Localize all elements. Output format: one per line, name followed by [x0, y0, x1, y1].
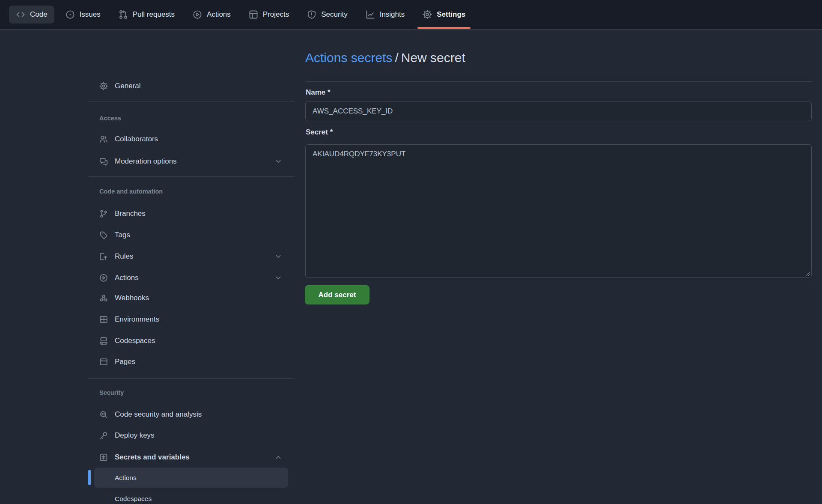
sidebar-item-pages[interactable]: Pages — [94, 353, 288, 370]
tab-issues[interactable]: Issues — [59, 0, 107, 30]
page-title: Actions secrets/New secret — [305, 51, 465, 65]
server-icon — [99, 315, 108, 324]
key-asterisk-icon — [99, 453, 108, 462]
chevron-down-icon — [274, 253, 282, 260]
browser-icon — [99, 358, 108, 366]
add-secret-button[interactable]: Add secret — [305, 285, 369, 304]
codespaces-icon — [99, 337, 108, 345]
play-icon — [193, 10, 202, 19]
gear-icon — [99, 82, 108, 90]
sidebar-divider — [88, 101, 294, 101]
chevron-down-icon — [274, 274, 282, 282]
breadcrumb-separator: / — [392, 51, 401, 65]
git-branch-icon — [99, 209, 108, 218]
tab-label: Pull requests — [133, 10, 175, 19]
sidebar-item-branches[interactable]: Branches — [94, 205, 288, 222]
sidebar-subitem-actions[interactable]: Actions — [94, 468, 288, 488]
tab-label: Settings — [437, 10, 465, 19]
sidebar-item-deploy-keys[interactable]: Deploy keys — [94, 427, 288, 444]
active-item-indicator — [88, 470, 91, 485]
gear-icon — [423, 10, 432, 19]
issue-opened-icon — [66, 10, 75, 19]
tab-label: Insights — [380, 10, 405, 19]
sidebar-item-code-security[interactable]: Code security and analysis — [94, 406, 288, 423]
sidebar-section-security: Security — [99, 388, 279, 397]
sidebar-divider — [88, 176, 294, 177]
comment-discussion-icon — [99, 157, 108, 166]
breadcrumb-current: New secret — [401, 51, 465, 65]
sidebar-item-actions[interactable]: Actions — [94, 269, 288, 286]
shield-icon — [307, 10, 316, 19]
rule-icon — [99, 252, 108, 261]
title-divider — [305, 81, 812, 82]
new-secret-form: Actions secrets/New secret Name * Secret… — [300, 30, 822, 504]
sidebar-item-environments[interactable]: Environments — [94, 311, 288, 328]
tab-actions[interactable]: Actions — [186, 0, 238, 30]
sidebar-item-rules[interactable]: Rules — [94, 248, 288, 265]
chevron-down-icon — [274, 158, 282, 165]
settings-sidebar: General Access Collaborators Moderation … — [0, 30, 300, 504]
tab-security[interactable]: Security — [300, 0, 354, 30]
git-pull-request-icon — [119, 10, 128, 19]
tab-label: Issues — [80, 10, 101, 19]
chevron-up-icon — [274, 453, 282, 461]
sidebar-section-access: Access — [99, 113, 279, 123]
repo-nav: Code Issues Pull requests Actions Projec… — [0, 0, 822, 30]
actions-secrets-breadcrumb-link[interactable]: Actions secrets — [305, 51, 392, 65]
secret-value-field-wrap: AKIAUD4RQDYF73KY3PUT — [305, 144, 812, 278]
secret-label: Secret * — [306, 128, 333, 137]
name-label: Name * — [306, 88, 331, 97]
tab-label: Security — [321, 10, 347, 19]
sidebar-item-secrets-and-variables[interactable]: Secrets and variables — [94, 449, 288, 466]
codescan-icon — [99, 410, 108, 419]
tab-projects[interactable]: Projects — [242, 0, 296, 30]
people-icon — [99, 135, 108, 143]
secret-value-textarea[interactable]: AKIAUD4RQDYF73KY3PUT — [305, 144, 812, 278]
sidebar-item-collaborators[interactable]: Collaborators — [94, 131, 288, 148]
webhook-icon — [99, 294, 108, 302]
sidebar-item-tags[interactable]: Tags — [94, 227, 288, 244]
tab-label: Code — [30, 10, 48, 19]
table-icon — [249, 10, 258, 19]
resize-handle-icon[interactable] — [804, 270, 810, 277]
tab-code[interactable]: Code — [9, 0, 54, 30]
code-icon — [16, 10, 25, 19]
tab-label: Projects — [263, 10, 289, 19]
tab-insights[interactable]: Insights — [359, 0, 412, 30]
sidebar-item-codespaces[interactable]: Codespaces — [94, 332, 288, 349]
key-icon — [99, 431, 108, 440]
sidebar-subitem-codespaces[interactable]: Codespaces — [94, 490, 288, 504]
sidebar-divider — [88, 378, 294, 379]
sidebar-section-code-automation: Code and automation — [99, 187, 279, 196]
play-icon — [99, 274, 108, 282]
tag-icon — [99, 231, 108, 239]
graph-icon — [366, 10, 375, 19]
sidebar-item-moderation-options[interactable]: Moderation options — [94, 153, 288, 170]
tab-label: Actions — [207, 10, 231, 19]
secret-name-input[interactable] — [305, 101, 812, 121]
tab-settings[interactable]: Settings — [416, 0, 472, 30]
sidebar-item-general[interactable]: General — [94, 78, 288, 95]
tab-pull-requests[interactable]: Pull requests — [112, 0, 182, 30]
sidebar-item-webhooks[interactable]: Webhooks — [94, 289, 288, 307]
